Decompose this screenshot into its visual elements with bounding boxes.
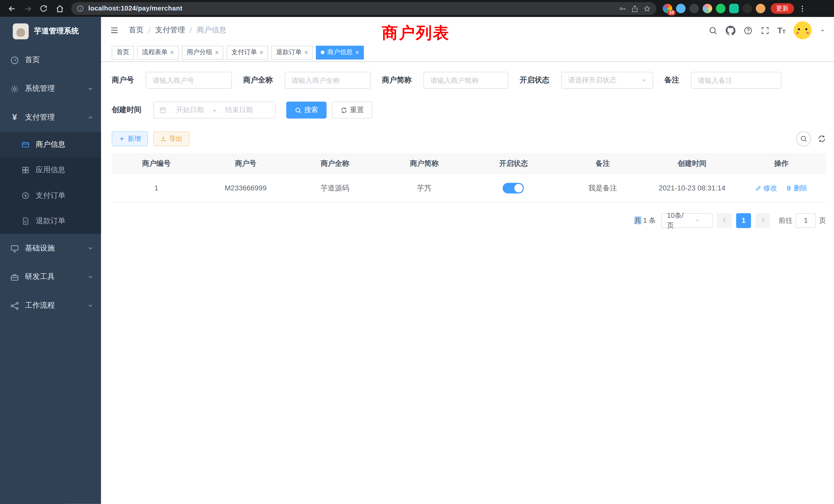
- goto-page-input[interactable]: [796, 213, 816, 228]
- sidebar-item-label: 研发工具: [25, 272, 55, 282]
- page-number-button[interactable]: 1: [736, 213, 751, 228]
- refresh-table-button[interactable]: [817, 135, 826, 143]
- monitor-icon: [10, 244, 19, 253]
- browser-menu-icon[interactable]: [798, 5, 806, 13]
- browser-home-icon[interactable]: [52, 1, 67, 16]
- extension-icon[interactable]: [729, 4, 739, 13]
- chevron-down-icon: [687, 217, 708, 223]
- extension-icon[interactable]: 10: [663, 4, 672, 13]
- export-button[interactable]: 导出: [153, 131, 190, 146]
- edit-link-label: 修改: [763, 183, 777, 193]
- chevron-down-icon: [87, 274, 94, 280]
- delete-link-label: 删除: [793, 183, 807, 193]
- sidebar-item-refund-order[interactable]: 退款订单: [0, 208, 101, 234]
- search-icon[interactable]: [708, 26, 718, 35]
- table-row: 1 M233666999 芋道源码 芋艿 我是备注 2021-10-23 08:…: [112, 174, 826, 202]
- close-icon[interactable]: ×: [215, 49, 219, 56]
- font-size-icon[interactable]: TT: [777, 26, 786, 35]
- column-header: 创建时间: [647, 153, 737, 175]
- toggle-search-button[interactable]: [796, 131, 811, 146]
- cell-actions: 修改 删除: [737, 174, 826, 202]
- bank-card-icon: [21, 140, 30, 149]
- total-rest: 1 条: [641, 216, 656, 224]
- sidebar-item-dev-tools[interactable]: 研发工具: [0, 262, 101, 291]
- status-toggle[interactable]: [503, 183, 524, 193]
- extension-icon[interactable]: [703, 4, 712, 13]
- sidebar-item-system[interactable]: 系统管理: [0, 74, 101, 103]
- sidebar-item-home[interactable]: 首页: [0, 46, 101, 74]
- extension-icon[interactable]: [756, 4, 765, 13]
- merchant-short-name-input[interactable]: [423, 72, 508, 89]
- prev-page-button[interactable]: [717, 213, 732, 228]
- workflow-icon: [10, 301, 19, 310]
- app-logo[interactable]: 芋道管理系统: [0, 17, 101, 46]
- breadcrumb-home[interactable]: 首页: [129, 25, 144, 35]
- user-avatar[interactable]: [794, 21, 812, 39]
- extension-icon[interactable]: [716, 4, 725, 13]
- github-icon[interactable]: [725, 25, 736, 35]
- hamburger-icon[interactable]: [110, 25, 119, 35]
- help-icon[interactable]: [743, 26, 752, 35]
- extension-badge: 10: [667, 10, 676, 16]
- browser-toolbar: localhost:1024/pay/merchant 10 更新: [0, 0, 834, 17]
- delete-link[interactable]: 删除: [786, 183, 807, 193]
- tag-process-form[interactable]: 流程表单 ×: [137, 45, 179, 59]
- close-icon[interactable]: ×: [170, 49, 174, 56]
- breadcrumb-payment[interactable]: 支付管理: [155, 25, 185, 35]
- gear-icon: [10, 84, 19, 93]
- extension-icon[interactable]: [676, 4, 686, 13]
- reset-button-label: 重置: [350, 105, 364, 115]
- bookmark-star-icon[interactable]: [643, 5, 651, 13]
- goto-label: 前往: [779, 215, 793, 225]
- merchant-no-input[interactable]: [146, 72, 232, 89]
- sidebar-item-app-info[interactable]: 应用信息: [0, 157, 101, 183]
- tag-merchant-info[interactable]: 商户信息 ×: [316, 45, 364, 59]
- url-text[interactable]: localhost:1024/pay/merchant: [88, 5, 614, 12]
- create-time-range-picker[interactable]: 开始日期 - 结束日期: [153, 101, 276, 118]
- browser-forward-icon[interactable]: [20, 1, 35, 16]
- extension-icon[interactable]: [743, 4, 752, 13]
- breadcrumb-separator: /: [190, 26, 192, 35]
- fullscreen-icon[interactable]: [761, 26, 770, 35]
- close-icon[interactable]: ×: [260, 49, 263, 56]
- tag-user-group[interactable]: 用户分组 ×: [182, 45, 223, 59]
- search-button[interactable]: 搜索: [286, 101, 326, 118]
- avatar-caret-icon[interactable]: [820, 27, 826, 33]
- browser-update-button[interactable]: 更新: [771, 3, 794, 14]
- browser-back-icon[interactable]: [4, 1, 19, 16]
- sidebar-item-pay-order[interactable]: 支付订单: [0, 183, 101, 208]
- page-size-select[interactable]: 10条/页: [661, 213, 713, 228]
- reset-button[interactable]: 重置: [332, 101, 372, 118]
- trash-icon: [786, 185, 792, 191]
- sidebar-item-label: 商户信息: [36, 140, 65, 150]
- site-info-icon[interactable]: [76, 5, 84, 12]
- tag-pay-order[interactable]: 支付订单 ×: [226, 45, 268, 59]
- sidebar-item-infrastructure[interactable]: 基础设施: [0, 234, 101, 262]
- password-key-icon[interactable]: [619, 5, 627, 13]
- breadcrumb-current: 商户信息: [197, 25, 226, 35]
- add-button[interactable]: 新增: [112, 131, 148, 146]
- share-icon[interactable]: [631, 5, 639, 13]
- plus-icon: [118, 136, 125, 142]
- cell-remark: 我是备注: [558, 174, 648, 202]
- extension-icon[interactable]: [689, 4, 699, 13]
- app-window: localhost:1024/pay/merchant 10 更新: [0, 0, 834, 504]
- tag-home[interactable]: 首页: [112, 45, 134, 59]
- next-page-button[interactable]: [755, 213, 770, 228]
- sidebar-item-merchant-info[interactable]: 商户信息: [0, 132, 101, 157]
- remark-input[interactable]: [691, 72, 781, 89]
- browser-reload-icon[interactable]: [36, 1, 51, 16]
- refresh-icon: [341, 107, 347, 113]
- pagination: 共 1 条 10条/页 1: [112, 213, 826, 228]
- status-select[interactable]: 请选择开启状态: [561, 72, 653, 89]
- sidebar-item-workflow[interactable]: 工作流程: [0, 291, 101, 320]
- column-header: 开启状态: [469, 153, 558, 175]
- edit-link[interactable]: 修改: [755, 183, 777, 193]
- close-icon[interactable]: ×: [304, 49, 308, 56]
- address-bar[interactable]: localhost:1024/pay/merchant: [71, 2, 657, 15]
- sidebar-item-payment[interactable]: ¥ 支付管理: [0, 103, 101, 132]
- sidebar-item-label: 退款订单: [36, 216, 65, 226]
- close-icon[interactable]: ×: [355, 49, 359, 56]
- merchant-full-name-input[interactable]: [285, 72, 371, 89]
- tag-refund-order[interactable]: 退款订单 ×: [271, 45, 313, 59]
